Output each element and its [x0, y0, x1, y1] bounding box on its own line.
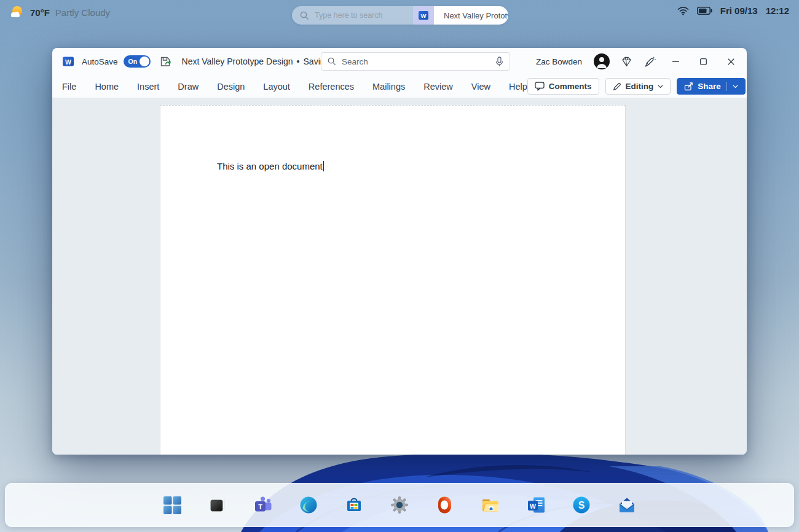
tab-draw[interactable]: Draw	[178, 82, 199, 92]
svg-text:W: W	[421, 12, 427, 19]
active-app-label: Next Valley Prototype Design	[434, 6, 508, 25]
file-explorer-button[interactable]	[480, 495, 501, 515]
partly-cloudy-icon	[9, 5, 25, 20]
task-view-icon	[209, 496, 227, 514]
autosave-toggle[interactable]: On	[124, 55, 151, 68]
share-divider	[726, 82, 727, 91]
save-button[interactable]	[159, 55, 172, 68]
editing-label: Editing	[626, 82, 654, 91]
taskbar-search-input[interactable]	[315, 11, 413, 20]
tab-layout[interactable]: Layout	[263, 82, 290, 92]
wifi-icon[interactable]	[677, 6, 689, 15]
tab-design[interactable]: Design	[217, 82, 245, 92]
tab-view[interactable]: View	[471, 82, 490, 92]
taskbar-icons: T	[162, 495, 637, 515]
clock-date[interactable]: Fri 09/13	[720, 6, 758, 16]
mail-button[interactable]	[616, 495, 637, 515]
document-page[interactable]: This is an open document	[160, 105, 626, 455]
maximize-button[interactable]	[695, 53, 712, 70]
tab-insert[interactable]: Insert	[137, 82, 159, 92]
active-app-chip[interactable]: W Next Valley Prototype Design	[413, 6, 508, 25]
desktop-wallpaper: 70°F Partly Cloudy W	[0, 0, 799, 532]
share-icon	[684, 82, 693, 91]
svg-text:W: W	[530, 502, 536, 509]
ribbon-tabs: File Home Insert Draw Design Layout Refe…	[62, 82, 527, 92]
search-icon	[300, 11, 309, 20]
skype-icon: S	[572, 496, 591, 514]
user-name[interactable]: Zac Bowden	[536, 57, 582, 66]
autosave-toggle-state: On	[128, 58, 138, 65]
file-explorer-icon	[481, 496, 500, 514]
editor-pen-icon[interactable]	[644, 56, 656, 68]
text-cursor	[323, 161, 325, 171]
word-app-icon: W	[62, 55, 74, 68]
edge-button[interactable]	[298, 495, 319, 515]
office-button[interactable]	[435, 495, 455, 515]
minimize-button[interactable]	[667, 53, 684, 70]
svg-text:T: T	[258, 503, 262, 510]
teams-button[interactable]: T	[253, 495, 274, 515]
share-label: Share	[698, 82, 721, 91]
document-canvas: This is an open document	[52, 98, 747, 455]
comment-icon	[535, 82, 545, 91]
ribbon-menubar: File Home Insert Draw Design Layout Refe…	[52, 75, 747, 98]
close-button[interactable]	[722, 53, 739, 70]
pencil-icon	[613, 82, 621, 91]
ribbon-search-input[interactable]	[342, 57, 490, 66]
toggle-knob	[140, 57, 149, 66]
svg-text:S: S	[578, 500, 585, 510]
start-button[interactable]	[162, 495, 183, 515]
svg-text:W: W	[65, 58, 71, 66]
ribbon-right-controls: Comments Editing Share	[527, 78, 747, 95]
system-tray: Fri 09/13 12:12	[677, 6, 789, 16]
microsoft-office-icon	[436, 496, 454, 514]
weather-widget[interactable]: 70°F Partly Cloudy	[9, 5, 110, 20]
word-button[interactable]: W	[525, 495, 546, 515]
tab-help[interactable]: Help	[509, 82, 527, 92]
premium-diamond-icon[interactable]	[620, 56, 633, 68]
microsoft-edge-icon	[299, 496, 318, 514]
tab-mailings[interactable]: Mailings	[372, 82, 405, 92]
windows-start-icon	[163, 496, 181, 514]
document-body-text: This is an open document	[217, 161, 324, 171]
editing-button[interactable]: Editing	[605, 78, 671, 95]
comments-label: Comments	[549, 82, 592, 91]
taskbar: T	[5, 483, 794, 527]
ribbon-search-box[interactable]	[321, 52, 510, 71]
microsoft-store-icon	[345, 496, 363, 514]
word-chip-icon: W	[413, 6, 434, 25]
store-button[interactable]	[344, 495, 364, 515]
word-window: W AutoSave On Next Valley Prototype Desi…	[52, 48, 747, 455]
share-button[interactable]: Share	[677, 78, 746, 95]
task-view-button[interactable]	[207, 495, 228, 515]
clock-time[interactable]: 12:12	[766, 6, 789, 16]
tab-review[interactable]: Review	[423, 82, 453, 92]
chevron-down-icon	[658, 85, 663, 88]
autosave-label: AutoSave	[82, 57, 118, 66]
battery-icon[interactable]	[697, 7, 712, 15]
microsoft-teams-icon: T	[254, 496, 272, 514]
tab-file[interactable]: File	[62, 82, 76, 92]
taskbar-search[interactable]: W Next Valley Prototype Design	[292, 6, 508, 25]
microphone-icon[interactable]	[495, 57, 503, 67]
skype-button[interactable]: S	[571, 495, 592, 515]
titlebar-right-controls: Zac Bowden	[536, 48, 739, 75]
user-avatar[interactable]	[594, 53, 610, 69]
settings-gear-icon	[390, 496, 409, 514]
tab-home[interactable]: Home	[95, 82, 119, 92]
word-titlebar: W AutoSave On Next Valley Prototype Desi…	[52, 48, 747, 75]
microsoft-word-icon: W	[527, 496, 545, 514]
comments-button[interactable]: Comments	[527, 78, 599, 95]
mail-icon	[618, 496, 636, 514]
document-title: Next Valley Prototype Design	[182, 57, 293, 66]
weather-condition: Partly Cloudy	[55, 7, 110, 18]
taskbar-search-field[interactable]	[292, 6, 413, 25]
tab-references[interactable]: References	[309, 82, 354, 92]
chevron-down-icon[interactable]	[733, 85, 738, 88]
weather-temperature: 70°F	[30, 7, 50, 18]
title-separator: •	[297, 57, 300, 66]
search-icon	[328, 57, 336, 66]
top-system-bar: 70°F Partly Cloudy W	[0, 0, 799, 28]
settings-button[interactable]	[389, 495, 410, 515]
